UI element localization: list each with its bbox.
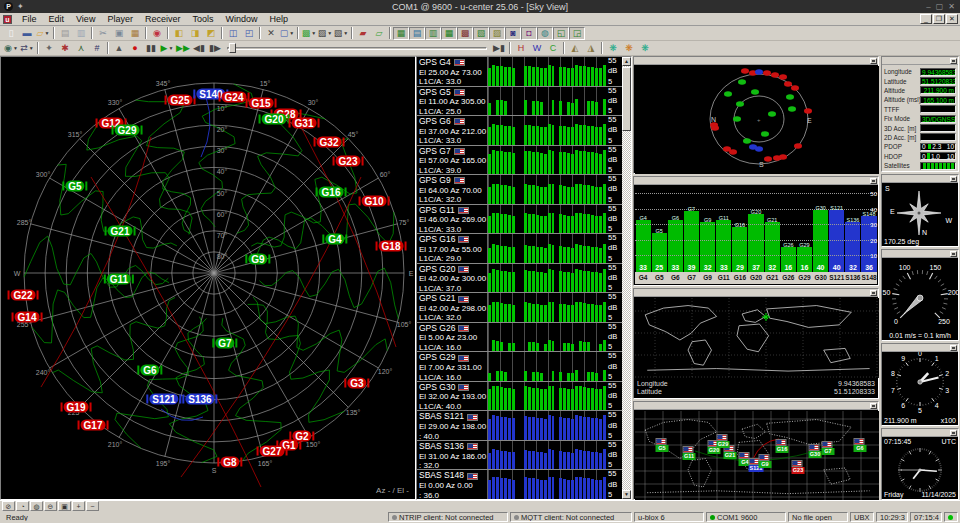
antenna-config-button[interactable]: ⋏ (73, 42, 89, 55)
deviation-map-view-button[interactable]: ◘ (521, 27, 537, 40)
minimize-window-icon[interactable]: – (926, 2, 930, 11)
panel-detach-button[interactable] (870, 290, 877, 296)
panel-detach-button[interactable] (950, 58, 957, 64)
histogram-view-button[interactable]: ▨ (489, 27, 505, 40)
sky-view-button[interactable]: ◍ (537, 27, 553, 40)
cut-button[interactable]: ✂ (95, 27, 111, 40)
menu-view[interactable]: View (70, 13, 101, 25)
packet-console-button[interactable]: ▩▼ (301, 27, 317, 40)
scroll-down-icon[interactable]: ▼ (622, 490, 631, 499)
tile-windows-button[interactable]: ◰ (241, 27, 257, 40)
messages-view-button[interactable]: ▦ (393, 27, 409, 40)
mdi-restore-button[interactable]: ❐ (933, 14, 945, 24)
print-preview-button[interactable]: ▥ (73, 27, 89, 40)
message-poll-button[interactable]: ◧ (171, 27, 187, 40)
chart-dock-button[interactable]: ▱ (371, 27, 387, 40)
docking-window-1-button[interactable]: ◱ (553, 27, 569, 40)
signal-list-scrollbar[interactable]: ▲ ▼ (622, 57, 631, 499)
message-send-button[interactable]: ◨ (187, 27, 203, 40)
deviation-map-button[interactable]: ▰ (355, 27, 371, 40)
cascade-windows-button[interactable]: ◫ (225, 27, 241, 40)
scroll-up-icon[interactable]: ▲ (622, 57, 631, 66)
configure-view-button[interactable]: ▤ (409, 27, 425, 40)
clear-trails-icon[interactable]: ⊘ (2, 501, 15, 511)
world-overlay-icon[interactable]: ◍ (30, 501, 43, 511)
sync-epoch-fwd-button[interactable]: ◮ (583, 42, 599, 55)
binary-console-button[interactable]: ▨▼ (317, 27, 333, 40)
panel-detach-button[interactable] (950, 345, 957, 351)
pause-playback-button[interactable]: ▮▮ (143, 42, 159, 55)
print-button[interactable]: ▤ (57, 27, 73, 40)
playback-slider[interactable] (227, 43, 487, 53)
map-view-button[interactable]: ▩ (457, 27, 473, 40)
text-console-button[interactable]: ▧▼ (333, 27, 349, 40)
maximize-window-icon[interactable]: ▢ (936, 2, 944, 11)
menu-help[interactable]: Help (263, 13, 294, 25)
show-views-button[interactable]: ◉▼ (3, 42, 19, 55)
copy-button[interactable]: ▣ (111, 27, 127, 40)
message-config-button[interactable]: ◩ (203, 27, 219, 40)
trace-mode-icon[interactable]: ~ (86, 501, 99, 511)
waterfall-window-button[interactable]: W (529, 42, 545, 55)
marker-mode-icon[interactable]: ▣ (58, 501, 71, 511)
panel-detach-button[interactable] (950, 251, 957, 257)
menu-tools[interactable]: Tools (186, 13, 219, 25)
play-faster-button[interactable]: ▶▶ (175, 42, 191, 55)
show-points-icon[interactable]: ◔ (16, 501, 29, 511)
toolbar-separator (601, 42, 603, 54)
gnss-config-gps-button[interactable]: ❋ (605, 42, 621, 55)
panel-detach-button[interactable] (870, 58, 877, 64)
panel-detach-button[interactable] (950, 176, 957, 182)
menu-window[interactable]: Window (219, 13, 263, 25)
scrollbar-track[interactable] (622, 66, 631, 490)
menu-file[interactable]: File (16, 13, 43, 25)
window-list-button[interactable]: ▢▼ (279, 27, 295, 40)
mdi-minimize-button[interactable]: _ (920, 14, 932, 24)
eject-log-button[interactable]: ▲ (111, 42, 127, 55)
autobauding-button[interactable]: ⇄▼ (19, 42, 35, 55)
menu-edit[interactable]: Edit (43, 13, 71, 25)
save-file-button[interactable]: ▬ (19, 27, 35, 40)
scrollbar-thumb[interactable] (622, 67, 631, 131)
paste-button[interactable]: ▦ (127, 27, 143, 40)
menu-player[interactable]: Player (101, 13, 139, 25)
statistic-view-button[interactable]: ▥ (425, 27, 441, 40)
us-flag-icon (792, 460, 803, 467)
histogram-window-button[interactable]: H (513, 42, 529, 55)
hotkeys-button[interactable]: # (89, 42, 105, 55)
open-file-button[interactable]: ▱▼ (35, 27, 51, 40)
step-back-button[interactable]: ◀▮ (191, 42, 207, 55)
crosshair-mode-icon[interactable]: + (72, 501, 85, 511)
stop-updates-icon[interactable]: ⊖ (44, 501, 57, 511)
panel-detach-button[interactable] (950, 430, 957, 436)
close-window-button[interactable]: ✕ (263, 27, 279, 40)
chart-view-button[interactable]: ▧ (473, 27, 489, 40)
step-forward-button[interactable]: ▮▶ (207, 42, 223, 55)
tools-button[interactable]: ✦ (41, 42, 57, 55)
app-icon[interactable]: P (4, 2, 13, 11)
jump-to-end-button[interactable]: ▶▮ (491, 42, 507, 55)
cdf-window-button[interactable]: C (545, 42, 561, 55)
docking-window-2-button[interactable]: ◲ (569, 27, 585, 40)
panel-detach-button[interactable] (870, 178, 877, 184)
gnss-config-sbas-button[interactable]: ❋ (621, 42, 637, 55)
table-view-button[interactable]: ▦ (441, 27, 457, 40)
pin-icon[interactable]: ✦ (17, 2, 24, 11)
sync-epoch-back-button[interactable]: ◭ (567, 42, 583, 55)
new-file-button[interactable]: ▯ (3, 27, 19, 40)
gnss-config-all-button[interactable]: ❋ (637, 42, 653, 55)
azimuth-label: S (212, 467, 217, 474)
svg-text:2: 2 (945, 370, 949, 377)
menu-receiver[interactable]: Receiver (139, 13, 187, 25)
play-log-button[interactable]: ▶▼ (159, 42, 175, 55)
mdi-child-icon[interactable]: u (3, 15, 12, 24)
close-window-icon[interactable]: ✕ (948, 2, 955, 11)
playback-slider-track[interactable] (227, 47, 487, 50)
u-blox-home-button[interactable]: ◉ (149, 27, 165, 40)
camera-view-button[interactable]: ◙ (505, 27, 521, 40)
playback-slider-thumb[interactable] (229, 43, 236, 53)
mdi-close-button[interactable]: ✕ (946, 14, 958, 24)
record-log-button[interactable]: ● (127, 42, 143, 55)
panel-detach-button[interactable] (870, 403, 877, 409)
assist-now-button[interactable]: ✱ (57, 42, 73, 55)
